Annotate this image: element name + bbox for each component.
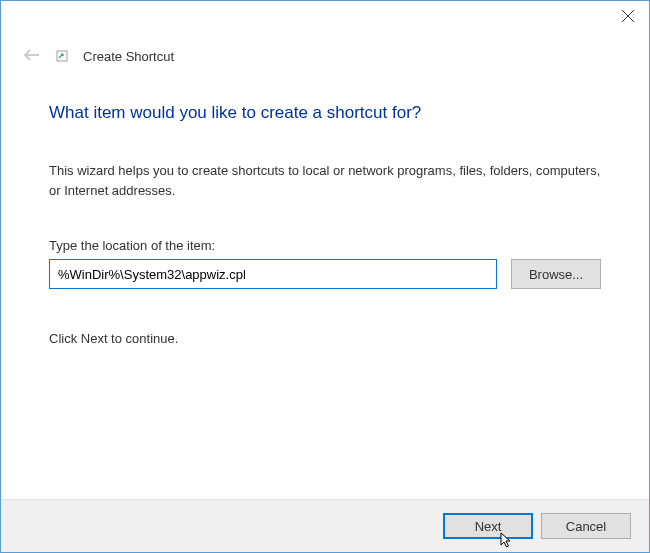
header-row: Create Shortcut — [1, 37, 649, 65]
shortcut-app-icon — [55, 49, 69, 63]
location-input[interactable] — [49, 259, 497, 289]
browse-button[interactable]: Browse... — [511, 259, 601, 289]
back-arrow-icon — [23, 47, 41, 65]
close-icon[interactable] — [621, 9, 635, 23]
svg-rect-3 — [57, 51, 67, 61]
location-input-row: Browse... — [49, 259, 601, 289]
wizard-title: Create Shortcut — [83, 49, 174, 64]
footer-bar: Next Cancel — [1, 499, 649, 552]
wizard-window: Create Shortcut What item would you like… — [0, 0, 650, 553]
content-area: What item would you like to create a sho… — [1, 65, 649, 499]
continue-instruction: Click Next to continue. — [49, 331, 601, 346]
main-heading: What item would you like to create a sho… — [49, 103, 601, 123]
location-label: Type the location of the item: — [49, 238, 601, 253]
titlebar — [1, 1, 649, 37]
cancel-button[interactable]: Cancel — [541, 513, 631, 539]
next-button[interactable]: Next — [443, 513, 533, 539]
wizard-description: This wizard helps you to create shortcut… — [49, 161, 601, 200]
